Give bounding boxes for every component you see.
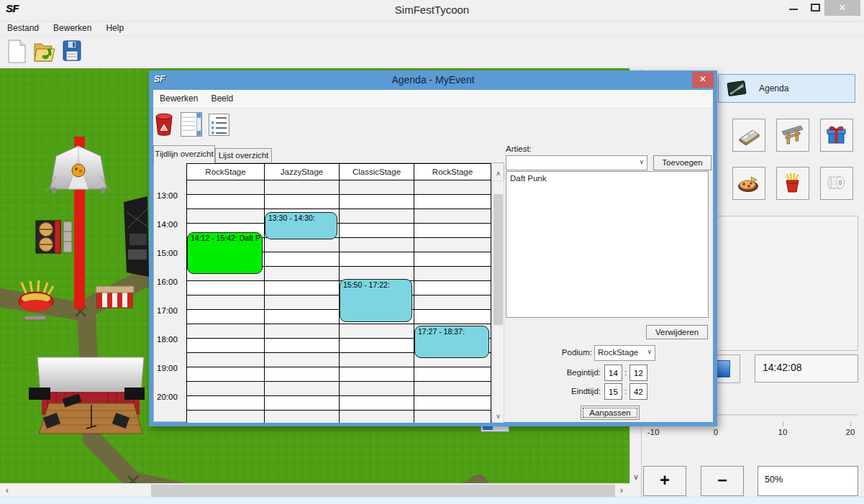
scroll-down-icon[interactable]: ∨ bbox=[493, 411, 504, 422]
time-label-20:00: 20:00 bbox=[157, 393, 186, 401]
menu-item-help[interactable]: Help bbox=[99, 22, 131, 33]
window-title: SimFestTycoon bbox=[0, 0, 864, 22]
status-strip bbox=[0, 497, 864, 504]
schedule-event[interactable]: 13:30 - 14:30: bbox=[265, 212, 337, 239]
slider-tick-label: 10 bbox=[770, 428, 795, 436]
item-pizza-button[interactable] bbox=[732, 167, 765, 200]
schedule-event[interactable]: 14:12 - 15:42: Daft P bbox=[187, 232, 263, 274]
time-separator: : bbox=[624, 387, 627, 395]
podium-combobox[interactable]: RockStage ∨ bbox=[594, 345, 655, 361]
dialog-close-button[interactable]: ✕ bbox=[692, 72, 714, 88]
combo-arrow-icon: ∨ bbox=[647, 348, 652, 355]
fries-icon bbox=[781, 171, 805, 196]
gift-icon bbox=[824, 123, 849, 147]
maximize-button[interactable] bbox=[806, 0, 824, 16]
remove-button[interactable]: Verwijderen bbox=[646, 325, 708, 339]
dialog-titlebar[interactable]: SF Agenda - MyEvent ✕ bbox=[149, 70, 717, 90]
speaker-tower[interactable] bbox=[124, 196, 149, 277]
notebook-icon bbox=[726, 78, 747, 99]
time-label-15:00: 15:00 bbox=[157, 249, 186, 257]
road-tile-icon bbox=[737, 123, 761, 147]
dialog-menu-item-bewerken[interactable]: Bewerken bbox=[153, 90, 204, 104]
dialog-menubar: BewerkenBeeld bbox=[153, 90, 713, 109]
gate-icon bbox=[781, 123, 805, 147]
slider-tick-label: 0 bbox=[704, 428, 728, 436]
time-label-19:00: 19:00 bbox=[157, 364, 186, 372]
toilet-paper-icon bbox=[824, 171, 849, 196]
close-button[interactable]: ✕ bbox=[824, 0, 860, 16]
tab-lijst-overzicht[interactable]: Lijst overzicht bbox=[215, 148, 272, 163]
menu-item-bestand[interactable]: Bestand bbox=[0, 22, 46, 33]
list-view-icon[interactable] bbox=[209, 114, 229, 139]
time-separator: : bbox=[624, 368, 627, 377]
pizza-icon bbox=[737, 171, 761, 196]
agenda-button-label: Agenda bbox=[759, 83, 788, 93]
sim-clock: 14:42:08 bbox=[755, 354, 858, 382]
scrollbar-corner bbox=[629, 483, 641, 497]
zoom-level-box: 50% bbox=[758, 466, 858, 496]
schedule-event[interactable]: 17:27 - 18:37: bbox=[414, 326, 489, 358]
item-road-tile-button[interactable] bbox=[732, 119, 765, 152]
artist-label: Artiest: bbox=[506, 145, 532, 153]
agenda-button[interactable]: Agenda bbox=[718, 74, 855, 103]
scroll-left-icon[interactable]: ‹ bbox=[1, 484, 13, 498]
tab-tijdlijn-overzicht[interactable]: Tijdlijn overzicht bbox=[153, 145, 215, 163]
item-toilet-paper-button[interactable] bbox=[820, 167, 853, 200]
slider-tick-label: 20 bbox=[838, 428, 863, 436]
scroll-right-icon[interactable]: › bbox=[616, 484, 627, 498]
slider-tick bbox=[783, 421, 783, 426]
end-minute-input[interactable] bbox=[629, 383, 647, 400]
artist-combobox[interactable]: ∨ bbox=[506, 155, 647, 170]
open-file-icon[interactable] bbox=[33, 40, 56, 67]
time-label-13:00: 13:00 bbox=[157, 191, 186, 200]
slider-tick bbox=[850, 421, 851, 426]
vscroll-thumb[interactable] bbox=[494, 194, 503, 325]
burger-stand[interactable] bbox=[36, 221, 72, 253]
podium-combo-value: RockStage bbox=[598, 348, 638, 357]
item-fries-button[interactable] bbox=[776, 167, 809, 200]
column-header-jazzystage: JazzyStage bbox=[264, 163, 340, 180]
time-label-16:00: 16:00 bbox=[157, 278, 186, 286]
main-stage[interactable] bbox=[29, 357, 145, 434]
agenda-dialog: SF Agenda - MyEvent ✕ BewerkenBeeld bbox=[149, 70, 717, 426]
apply-button[interactable]: Aanpassen bbox=[581, 406, 640, 420]
combo-arrow-icon: ∨ bbox=[639, 158, 644, 165]
map-horizontal-scrollbar[interactable]: ‹ › bbox=[0, 483, 629, 497]
delete-trash-icon[interactable] bbox=[155, 113, 173, 139]
scroll-up-icon[interactable]: ∧ bbox=[493, 168, 504, 179]
timeline-view-icon[interactable] bbox=[181, 112, 202, 139]
schedule-grid[interactable]: RockStageJazzyStageClassicStageRockStage… bbox=[186, 163, 491, 423]
zoom-out-button[interactable]: − bbox=[701, 466, 744, 496]
minimize-button[interactable] bbox=[784, 0, 803, 16]
dialog-menu-item-beeld[interactable]: Beeld bbox=[204, 90, 240, 104]
grid-line bbox=[186, 180, 187, 423]
artist-listbox[interactable]: Daft Punk bbox=[506, 171, 709, 318]
new-file-icon[interactable] bbox=[6, 40, 27, 67]
striped-booth[interactable] bbox=[96, 286, 134, 308]
schedule-scrollbar[interactable]: ∧ ∨ bbox=[492, 180, 504, 423]
end-hour-input[interactable] bbox=[604, 383, 622, 400]
timeline-panel: 13:0014:0015:0016:0017:0018:0019:0020:00… bbox=[153, 162, 504, 422]
begin-minute-input[interactable] bbox=[629, 365, 647, 381]
column-header-rockstage: RockStage bbox=[186, 163, 265, 180]
grid-line bbox=[414, 180, 414, 423]
add-artist-button[interactable]: Toevoegen bbox=[653, 155, 711, 170]
column-header-classicstage: ClassicStage bbox=[339, 163, 414, 180]
schedule-event[interactable]: 15:50 - 17:22: bbox=[340, 279, 412, 321]
artist-list-item[interactable]: Daft Punk bbox=[506, 172, 708, 183]
podium-label: Podium: bbox=[527, 348, 592, 357]
zoom-in-button[interactable]: + bbox=[643, 466, 686, 496]
begin-time-label: Begintijd: bbox=[535, 368, 601, 377]
menu-item-bewerken[interactable]: Bewerken bbox=[46, 22, 99, 33]
grid-line bbox=[491, 180, 491, 423]
item-gift-button[interactable] bbox=[820, 119, 853, 152]
dialog-title: Agenda - MyEvent bbox=[149, 70, 717, 90]
end-time-label: Eindtijd: bbox=[535, 387, 601, 395]
hscroll-thumb[interactable] bbox=[151, 485, 615, 497]
dialog-body: BewerkenBeeld bbox=[153, 90, 713, 422]
window-titlebar: SF SimFestTycoon ✕ bbox=[0, 0, 864, 22]
item-gate-button[interactable] bbox=[776, 119, 809, 152]
save-icon[interactable] bbox=[62, 40, 82, 65]
scroll-down-icon[interactable]: ∨ bbox=[630, 471, 642, 482]
begin-hour-input[interactable] bbox=[604, 365, 622, 381]
